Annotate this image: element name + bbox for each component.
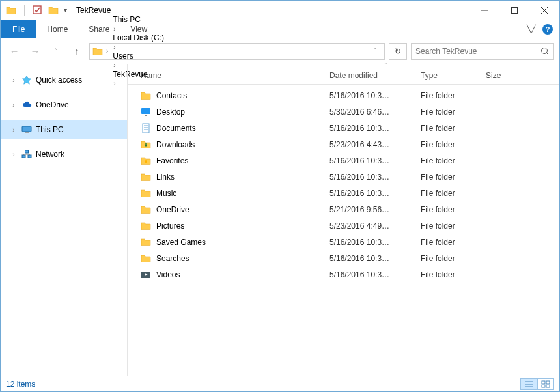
folder-icon	[141, 253, 151, 264]
maximize-button[interactable]	[499, 1, 529, 20]
icons-view-button[interactable]	[537, 378, 554, 390]
file-tab[interactable]: File	[1, 20, 36, 38]
properties-icon[interactable]	[33, 5, 43, 16]
sidebar-item-network[interactable]: ›Network	[1, 145, 127, 163]
sidebar-item-label: This PC	[36, 125, 64, 134]
address-bar[interactable]: › This PC›Local Disk (C:)›Users›TekRevue…	[89, 43, 385, 60]
svg-rect-15	[546, 385, 550, 387]
chevron-right-icon[interactable]: ›	[111, 25, 117, 33]
list-item[interactable]: Videos5/16/2016 10:3…File folder	[128, 266, 559, 283]
chevron-right-icon[interactable]: ›	[10, 126, 18, 133]
list-item[interactable]: Favorites5/16/2016 10:3…File folder	[128, 152, 559, 169]
sidebar-item-quick-access[interactable]: ›Quick access	[1, 71, 127, 89]
view-toggle	[520, 378, 554, 390]
item-name: Documents	[156, 124, 196, 133]
item-date: 5/23/2016 4:49…	[329, 221, 421, 231]
item-name: Searches	[156, 254, 189, 263]
navigation-pane: ›Quick access›OneDrive›This PC›Network	[1, 64, 128, 376]
cloud-icon	[21, 100, 32, 110]
chevron-right-icon[interactable]: ›	[104, 48, 110, 55]
title-bar: ▾ TekRevue	[1, 1, 559, 20]
item-date: 5/16/2016 10:3…	[329, 173, 421, 182]
sidebar-item-onedrive[interactable]: ›OneDrive	[1, 96, 127, 114]
window-title: TekRevue	[76, 6, 111, 15]
chevron-right-icon[interactable]: ›	[111, 44, 117, 51]
list-item[interactable]: Downloads5/23/2016 4:43…File folder	[128, 136, 559, 152]
list-item[interactable]: Links5/16/2016 10:3…File folder	[128, 169, 559, 185]
item-type: File folder	[421, 189, 486, 198]
ribbon: File HomeShareView ╲╱ ?	[1, 20, 559, 38]
item-name: Videos	[156, 270, 180, 279]
column-header-type[interactable]: Type	[421, 71, 486, 80]
breadcrumb[interactable]: Users	[111, 51, 165, 61]
item-type: File folder	[421, 140, 486, 149]
svg-rect-13	[546, 381, 550, 384]
item-name: Contacts	[156, 91, 187, 100]
breadcrumb[interactable]: This PC	[111, 15, 165, 24]
list-item[interactable]: Desktop5/30/2016 6:46…File folder	[128, 104, 559, 120]
folder-icon	[141, 204, 151, 215]
list-item[interactable]: Contacts5/16/2016 10:3…File folder	[128, 87, 559, 104]
svg-rect-12	[542, 381, 545, 384]
window-controls	[469, 1, 559, 20]
list-item[interactable]: Searches5/16/2016 10:3…File folder	[128, 250, 559, 266]
sidebar-item-this-pc[interactable]: ›This PC	[1, 120, 127, 139]
folder-icon	[141, 107, 151, 117]
address-folder-icon	[92, 46, 103, 57]
folder-icon	[141, 172, 151, 182]
item-name: Pictures	[156, 221, 184, 231]
content-pane: ˄ Name Date modified Type Size Contacts5…	[128, 64, 559, 376]
column-header-name[interactable]: Name	[141, 71, 329, 80]
sidebar-item-label: Quick access	[36, 76, 82, 85]
svg-point-11	[542, 48, 548, 53]
breadcrumb[interactable]: Local Disk (C:)	[111, 33, 165, 42]
item-date: 5/16/2016 10:3…	[329, 238, 421, 247]
refresh-button[interactable]: ↻	[389, 43, 407, 60]
item-type: File folder	[421, 270, 486, 279]
quick-access-toolbar: ▾	[1, 1, 72, 20]
forward-button[interactable]: →	[27, 43, 44, 60]
folder-icon	[141, 156, 151, 166]
sidebar-item-label: Network	[36, 150, 64, 159]
column-header-date[interactable]: Date modified	[329, 71, 421, 80]
chevron-right-icon[interactable]: ›	[10, 77, 18, 84]
tab-home[interactable]: Home	[36, 20, 78, 38]
close-button[interactable]	[529, 1, 559, 20]
list-item[interactable]: Saved Games5/16/2016 10:3…File folder	[128, 234, 559, 250]
item-type: File folder	[421, 156, 486, 165]
item-type: File folder	[421, 254, 486, 263]
item-type: File folder	[421, 124, 486, 133]
item-name: Saved Games	[156, 238, 206, 247]
chevron-right-icon[interactable]: ›	[10, 102, 18, 109]
item-type: File folder	[421, 173, 486, 182]
list-item[interactable]: Documents5/16/2016 10:3…File folder	[128, 120, 559, 136]
search-input[interactable]: Search TekRevue	[411, 43, 554, 60]
column-header-size[interactable]: Size	[486, 71, 531, 80]
list-item[interactable]: OneDrive5/21/2016 9:56…File folder	[128, 201, 559, 217]
item-name: Music	[156, 189, 176, 198]
folder-icon	[141, 91, 151, 101]
folder-icon	[141, 221, 151, 231]
item-date: 5/16/2016 10:3…	[329, 124, 421, 133]
item-type: File folder	[421, 238, 486, 247]
back-button[interactable]: ←	[6, 43, 23, 60]
chevron-right-icon[interactable]: ›	[10, 151, 18, 158]
qat-customize-icon[interactable]: ▾	[64, 7, 67, 14]
search-placeholder: Search TekRevue	[415, 47, 540, 56]
address-history-icon[interactable]: ˅	[370, 47, 382, 55]
search-icon	[540, 47, 550, 56]
item-name: OneDrive	[156, 205, 189, 214]
column-headers: Name Date modified Type Size	[128, 68, 559, 85]
new-folder-icon[interactable]	[48, 5, 59, 16]
help-icon[interactable]: ?	[542, 24, 553, 35]
list-item[interactable]: Music5/16/2016 10:3…File folder	[128, 185, 559, 201]
expand-ribbon-icon[interactable]: ╲╱	[527, 25, 536, 33]
sidebar-item-label: OneDrive	[36, 100, 69, 109]
item-name: Links	[156, 173, 175, 182]
recent-locations-button[interactable]: ˅	[48, 43, 64, 60]
list-item[interactable]: Pictures5/23/2016 4:49…File folder	[128, 217, 559, 234]
folder-icon	[141, 270, 151, 280]
details-view-button[interactable]	[520, 378, 537, 390]
minimize-button[interactable]	[469, 1, 499, 20]
up-button[interactable]: ↑	[68, 43, 85, 60]
